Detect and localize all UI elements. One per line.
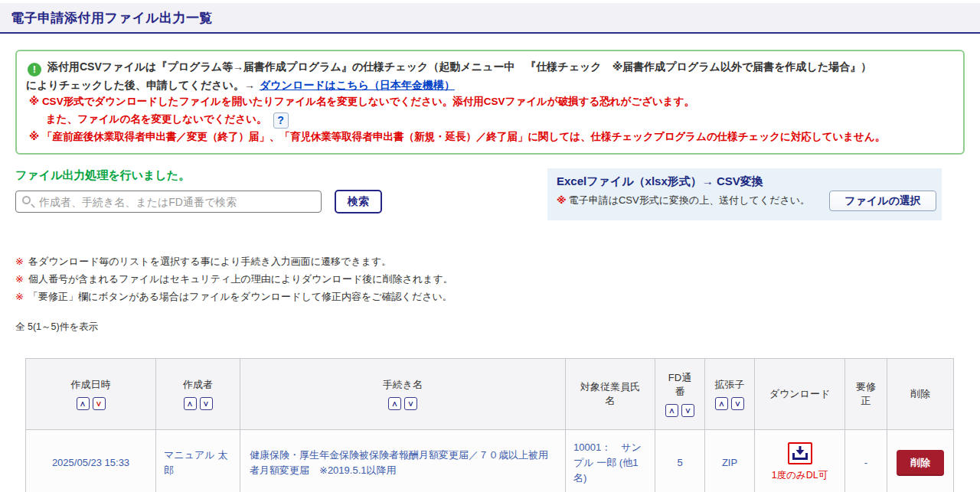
note-text: 個人番号が含まれるファイルはセキュリティ上の理由によりダウンロード後に削除されま… <box>28 273 453 285</box>
file-select-button[interactable]: ファイルの選択 <box>829 191 936 211</box>
page-title-bar: 電子申請添付用ファイル出力一覧 <box>0 3 980 34</box>
table-row: 2025/05/23 15:33 マニュアル 太郎 健康保険・厚生年金保険被保険… <box>26 430 954 492</box>
column-header-creator: 作成者 ∧∨ <box>156 359 240 430</box>
sort-desc-button[interactable]: ∨ <box>200 397 213 410</box>
download-button[interactable] <box>788 442 812 464</box>
sort-desc-button[interactable]: ∨ <box>731 397 744 410</box>
column-header-procedure: 手続き名 ∧∨ <box>240 359 566 430</box>
sort-asc-button[interactable]: ∧ <box>388 397 401 410</box>
note-text: 「要修正」欄にボタンがある場合はファイルをダウンロードして修正内容をご確認くださ… <box>28 291 452 302</box>
table-header-row: 作成日時 ∧∨ 作成者 ∧∨ 手続き名 ∧∨ 対象従業員氏名 <box>26 359 954 430</box>
cell-download: 1度のみDL可 <box>755 430 845 492</box>
sort-asc-button[interactable]: ∧ <box>184 397 197 410</box>
column-header-delete: 削除 <box>887 359 954 430</box>
download-here-link[interactable]: ダウンロードはこちら（日本年金機構） <box>260 79 455 91</box>
middle-section: ファイル出力処理を行いました。 検索 Excelファイル（xlsx形式）→ CS… <box>15 168 965 220</box>
page-title: 電子申請添付用ファイル出力一覧 <box>11 9 980 27</box>
column-header-needs-fix: 要修正 <box>845 359 887 430</box>
notice-line2: によりチェックした後、申請してください。→ <box>26 79 255 91</box>
result-count: 全 5(1～5)件を表示 <box>15 321 980 334</box>
sort-desc-button[interactable]: ∨ <box>404 397 417 410</box>
excel-note-text: 電子申請はCSV形式に変換の上、送付してください。 <box>569 194 810 206</box>
sort-desc-button[interactable]: ∨ <box>93 397 106 410</box>
note-text: 各ダウンロード毎のリストを選択する事により手続き入力画面に遷移できます。 <box>28 256 391 267</box>
excel-panel-title: Excelファイル（xlsx形式）→ CSV変換 <box>557 174 933 189</box>
sort-asc-button[interactable]: ∧ <box>77 397 90 410</box>
download-note: 1度のみDL可 <box>755 468 844 483</box>
column-header-employees: 対象従業員氏名 <box>566 359 655 430</box>
sort-desc-button[interactable]: ∨ <box>681 404 694 417</box>
note-line: ※「要修正」欄にボタンがある場合はファイルをダウンロードして修正内容をご確認くだ… <box>15 288 980 305</box>
sort-asc-button[interactable]: ∧ <box>665 404 678 417</box>
notice-box: !添付用CSVファイルは『プログラム等→届書作成プログラム』の仕様チェック（起動… <box>15 50 965 155</box>
column-header-download: ダウンロード <box>755 359 845 430</box>
column-header-fd-number: FD通番 ∧∨ <box>655 359 705 430</box>
info-icon: ! <box>28 63 41 77</box>
search-icon <box>22 196 31 204</box>
note-line: ※各ダウンロード毎のリストを選択する事により手続き入力画面に遷移できます。 <box>15 253 980 270</box>
cell-procedure: 健康保険・厚生年金保険被保険者報酬月額変更届／７０歳以上被用者月額変更届 ※20… <box>240 430 566 492</box>
cell-created-at: 2025/05/23 15:33 <box>26 430 156 492</box>
notice-line1: 添付用CSVファイルは『プログラム等→届書作成プログラム』の仕様チェック（起動メ… <box>47 60 871 73</box>
note-line: ※個人番号が含まれるファイルはセキュリティ上の理由によりダウンロード後に削除され… <box>15 270 980 288</box>
asterisk-mark: ※ <box>15 273 24 285</box>
notes-section: ※各ダウンロード毎のリストを選択する事により手続き入力画面に遷移できます。 ※個… <box>15 253 980 305</box>
search-row: 検索 <box>15 190 382 213</box>
help-icon[interactable]: ? <box>273 112 289 129</box>
column-header-created-at: 作成日時 ∧∨ <box>26 359 156 430</box>
cell-delete: 削除 <box>887 430 954 492</box>
notice-warning3: ※ 「産前産後休業取得者申出書／変更（終了）届」、「育児休業等取得者申出書（新規… <box>26 129 954 145</box>
asterisk-mark: ※ <box>557 194 567 206</box>
file-output-table: 作成日時 ∧∨ 作成者 ∧∨ 手続き名 ∧∨ 対象従業員氏名 <box>25 358 954 492</box>
search-button[interactable]: 検索 <box>335 190 382 213</box>
asterisk-mark: ※ <box>15 256 24 267</box>
search-input-wrap <box>15 191 322 213</box>
cell-fd-number: 5 <box>655 430 705 492</box>
search-input[interactable] <box>15 191 322 213</box>
notice-warning2: また、ファイルの名を変更しないでください。 <box>46 113 267 125</box>
download-icon <box>792 445 808 461</box>
status-message: ファイル出力処理を行いました。 <box>15 168 190 183</box>
cell-creator: マニュアル 太郎 <box>156 430 240 492</box>
delete-button[interactable]: 削除 <box>897 450 944 476</box>
asterisk-mark: ※ <box>15 291 24 302</box>
notice-warning1: ※ CSV形式でダウンロードしたファイルを開いたりファイル名を変更しないでくださ… <box>26 93 954 110</box>
cell-extension: ZIP <box>705 430 755 492</box>
notice-warning2-line: また、ファイルの名を変更しないでください。? <box>26 110 954 129</box>
sort-asc-button[interactable]: ∧ <box>715 397 728 410</box>
cell-employees: 10001： サンプル 一郎 (他1名) <box>566 430 655 492</box>
notice-main-text: !添付用CSVファイルは『プログラム等→届書作成プログラム』の仕様チェック（起動… <box>26 58 954 93</box>
column-header-extension: 拡張子 ∧∨ <box>705 359 755 430</box>
cell-needs-fix: - <box>845 430 887 492</box>
excel-csv-panel: Excelファイル（xlsx形式）→ CSV変換 ※電子申請はCSV形式に変換の… <box>547 168 942 220</box>
